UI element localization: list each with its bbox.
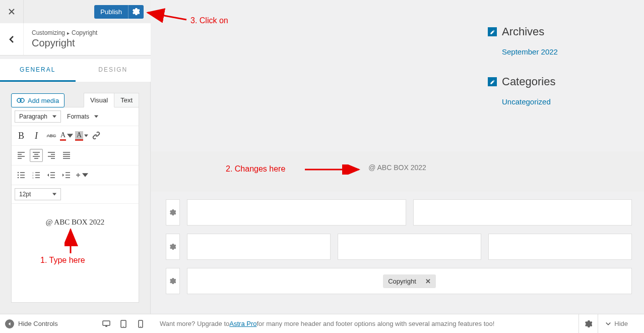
chevron-down-icon [605, 321, 611, 327]
builder-row-settings-2[interactable] [166, 234, 180, 260]
media-icon [17, 96, 25, 104]
publish-button[interactable]: Publish [94, 5, 128, 19]
bullet-list-button[interactable] [15, 169, 28, 182]
builder-row-settings-1[interactable] [166, 199, 180, 226]
builder-cell[interactable] [187, 234, 331, 260]
caret-down-icon [67, 131, 73, 140]
builder-row-settings-3[interactable] [166, 268, 180, 294]
hide-controls-label: Hide Controls [18, 320, 58, 327]
breadcrumb-leaf: Copyright [72, 29, 97, 36]
align-right-icon [47, 151, 56, 160]
back-button[interactable] [0, 23, 24, 55]
builder-cell-copyright[interactable]: Copyright ✕ [187, 268, 632, 294]
hide-controls-button[interactable]: Hide Controls [5, 319, 58, 328]
edit-archives-widget-button[interactable] [488, 27, 497, 36]
builder-cell[interactable] [413, 199, 632, 226]
archives-heading: Archives [502, 25, 544, 38]
hide-builder-button[interactable]: Hide [598, 314, 635, 334]
footer-copyright-preview: @ ABC BOX 2022 [151, 151, 644, 192]
formats-dropdown[interactable]: Formats [63, 111, 102, 122]
paragraph-dropdown-label: Paragraph [19, 113, 47, 120]
remove-copyright-button[interactable]: ✕ [425, 278, 431, 285]
edit-categories-widget-button[interactable] [488, 77, 497, 86]
gear-icon [170, 209, 176, 215]
bg-color-button[interactable]: A [75, 129, 88, 142]
add-media-label: Add media [28, 97, 59, 104]
caret-down-icon [84, 131, 88, 140]
breadcrumb-root: Customizing [32, 29, 65, 36]
editor-tab-text[interactable]: Text [114, 93, 139, 107]
align-justify-button[interactable] [60, 149, 73, 162]
align-left-button[interactable] [15, 149, 28, 162]
chevron-right-icon: ▸ [67, 30, 70, 36]
publish-settings-button[interactable] [128, 5, 144, 19]
italic-button[interactable]: I [30, 129, 43, 142]
tab-general[interactable]: GENERAL [0, 59, 76, 82]
indent-button[interactable] [60, 169, 73, 182]
preview-phone-button[interactable] [136, 319, 146, 329]
tab-design[interactable]: DESIGN [76, 59, 151, 82]
insert-button[interactable] [75, 169, 88, 182]
promo-text-post: for many more header and footer options … [256, 320, 494, 327]
section-title: Copyright [32, 37, 97, 49]
fontsize-label: 12pt [19, 191, 31, 198]
editor-content-area[interactable]: @ ABC BOX 2022 [12, 204, 139, 302]
pencil-icon [490, 29, 495, 35]
align-center-button[interactable] [30, 149, 43, 162]
link-button[interactable] [90, 129, 103, 142]
tablet-icon [119, 319, 128, 328]
gear-icon [170, 244, 176, 250]
align-justify-icon [62, 151, 71, 160]
categories-heading: Categories [502, 75, 555, 88]
paragraph-dropdown[interactable]: Paragraph [15, 110, 61, 123]
gear-icon [170, 278, 176, 284]
pencil-icon [490, 79, 495, 85]
breadcrumb: Customizing ▸ Copyright [32, 29, 97, 36]
hide-builder-label: Hide [614, 320, 628, 327]
category-link-uncategorized[interactable]: Uncategorized [502, 97, 629, 106]
outdent-icon [47, 171, 56, 180]
gear-icon [585, 320, 592, 327]
add-media-button[interactable]: Add media [11, 93, 65, 107]
align-center-icon [32, 151, 41, 160]
formats-dropdown-label: Formats [67, 113, 89, 120]
builder-cell[interactable] [187, 199, 406, 226]
numbered-list-icon [32, 171, 41, 180]
caret-down-icon [94, 115, 98, 119]
numbered-list-button[interactable] [30, 169, 43, 182]
link-icon [92, 131, 101, 140]
preview-tablet-button[interactable] [118, 319, 128, 329]
collapse-icon [5, 319, 14, 328]
caret-down-icon [52, 115, 56, 119]
plus-icon [75, 171, 81, 180]
strikethrough-button[interactable]: ABC [45, 129, 58, 142]
align-left-icon [17, 151, 26, 160]
fontsize-dropdown[interactable]: 12pt [15, 188, 61, 200]
bold-button[interactable]: B [15, 129, 28, 142]
builder-cell[interactable] [488, 234, 632, 260]
archive-link-september-2022[interactable]: September 2022 [502, 47, 629, 56]
caret-down-icon [52, 192, 56, 196]
copyright-chip[interactable]: Copyright ✕ [383, 274, 436, 288]
builder-cell[interactable] [338, 234, 481, 260]
builder-settings-button[interactable] [578, 314, 598, 334]
preview-desktop-button[interactable] [101, 319, 111, 329]
align-right-button[interactable] [45, 149, 58, 162]
astra-pro-link[interactable]: Astra Pro [229, 320, 256, 327]
text-color-button[interactable]: A [60, 129, 73, 142]
indent-icon [62, 171, 71, 180]
caret-down-icon [82, 171, 88, 180]
copyright-chip-label: Copyright [388, 278, 416, 285]
desktop-icon [102, 319, 111, 328]
bullet-list-icon [17, 171, 26, 180]
editor-tab-visual[interactable]: Visual [84, 93, 114, 107]
close-customizer-button[interactable] [0, 0, 24, 23]
phone-icon [136, 319, 145, 328]
promo-text-pre: Want more? Upgrade to [160, 320, 229, 327]
outdent-button[interactable] [45, 169, 58, 182]
